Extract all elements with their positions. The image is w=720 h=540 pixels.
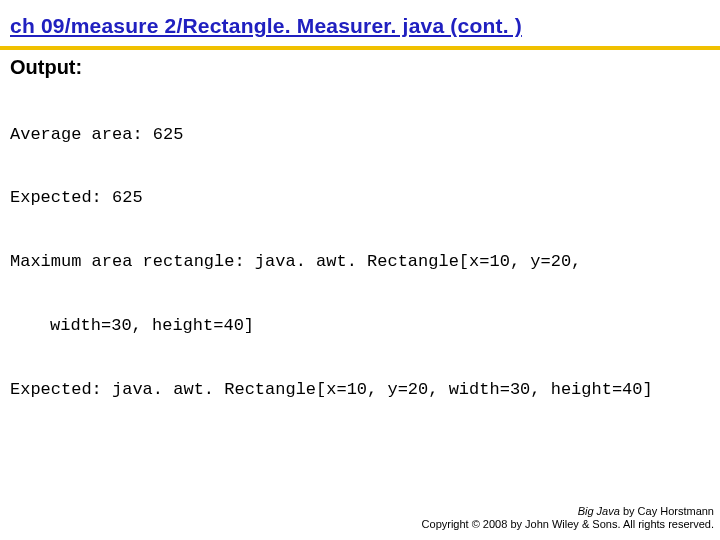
code-line: Average area: 625 bbox=[10, 124, 710, 145]
slide-content: Output: Average area: 625 Expected: 625 … bbox=[0, 50, 720, 442]
footer-line-2: Copyright © 2008 by John Wiley & Sons. A… bbox=[422, 518, 714, 532]
book-title: Big Java bbox=[578, 505, 620, 517]
code-line: Expected: java. awt. Rectangle[x=10, y=2… bbox=[10, 379, 710, 400]
code-line: Maximum area rectangle: java. awt. Recta… bbox=[10, 251, 710, 272]
code-line: Expected: 625 bbox=[10, 187, 710, 208]
author-text: by Cay Horstmann bbox=[620, 505, 714, 517]
code-output: Average area: 625 Expected: 625 Maximum … bbox=[10, 81, 710, 442]
output-heading: Output: bbox=[10, 56, 710, 79]
slide-footer: Big Java by Cay Horstmann Copyright © 20… bbox=[422, 505, 714, 533]
code-line: width=30, height=40] bbox=[10, 315, 710, 336]
footer-line-1: Big Java by Cay Horstmann bbox=[422, 505, 714, 519]
slide-title: ch 09/measure 2/Rectangle. Measurer. jav… bbox=[10, 14, 710, 38]
slide-title-area: ch 09/measure 2/Rectangle. Measurer. jav… bbox=[0, 0, 720, 44]
